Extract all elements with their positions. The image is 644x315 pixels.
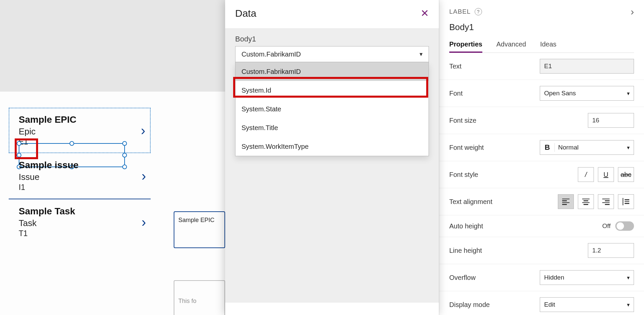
annotation-highlight-body (15, 138, 38, 159)
prop-label: Font (449, 90, 463, 97)
strikethrough-button[interactable]: abc (618, 167, 634, 182)
gallery-item-issue[interactable]: Sample issue Issue I1 › (9, 153, 151, 199)
annotation-highlight-dropdown (233, 77, 428, 98)
prop-row-font-style: Font style / U abc (439, 161, 644, 188)
gallery-item-title: Sample Task (19, 206, 146, 217)
font-size-input[interactable] (588, 113, 634, 128)
gallery: Sample EPIC Epic E1 › Sample issue Issue… (9, 108, 151, 245)
gallery-item-title: Sample issue (19, 160, 146, 171)
font-select-value: Open Sans (544, 90, 576, 97)
align-center-button[interactable] (578, 194, 594, 209)
tab-properties[interactable]: Properties (449, 40, 482, 53)
tab-advanced[interactable]: Advanced (496, 40, 526, 52)
prop-row-font: Font Open Sans ▾ (439, 80, 644, 107)
chevron-down-icon: ▾ (627, 275, 630, 281)
chevron-right-icon[interactable]: › (141, 123, 145, 138)
prop-row-display-mode: Display mode Edit ▾ (439, 291, 644, 315)
control-name: Body1 (449, 22, 634, 32)
align-right-button[interactable] (598, 194, 614, 209)
display-mode-select[interactable]: Edit ▾ (540, 297, 634, 312)
prop-row-auto-height: Auto height Off (439, 215, 644, 237)
strikethrough-icon: abc (621, 171, 631, 179)
prop-row-font-weight: Font weight B Normal ▾ (439, 134, 644, 161)
line-height-input[interactable] (588, 243, 634, 258)
tab-ideas[interactable]: Ideas (540, 40, 556, 52)
gallery-item-body: T1 (19, 229, 146, 238)
help-icon[interactable]: ? (475, 8, 482, 15)
prop-label: Font weight (449, 144, 484, 151)
gallery-item-task[interactable]: Sample Task Task T1 › (9, 199, 151, 245)
dropdown-option[interactable]: System.WorkItemType (235, 137, 429, 156)
align-center-icon (582, 199, 590, 205)
overflow-select[interactable]: Hidden ▾ (540, 270, 634, 285)
prop-row-overflow: Overflow Hidden ▾ (439, 264, 644, 291)
gallery-item-body: I1 (19, 183, 146, 192)
gallery-item-subtitle: Task (19, 218, 146, 228)
preview-card-placeholder[interactable]: This fo (174, 280, 225, 315)
chevron-down-icon: ▾ (627, 302, 630, 308)
underline-icon: U (604, 171, 608, 179)
preview-card-epic[interactable]: Sample EPIC (174, 211, 225, 248)
chevron-down-icon: ▾ (623, 144, 634, 151)
preview-card-text: This fo (178, 298, 196, 305)
font-select[interactable]: Open Sans ▾ (540, 86, 634, 101)
data-field-dropdown: Custom.FabrikamID System.Id System.State… (235, 62, 429, 156)
properties-panel: LABEL ? › Body1 Properties Advanced Idea… (439, 0, 644, 315)
prop-row-font-size: Font size (439, 107, 644, 134)
chevron-right-icon[interactable]: › (631, 6, 634, 17)
font-weight-select[interactable]: B Normal ▾ (540, 140, 634, 155)
prop-row-text: Text E1 (439, 53, 644, 80)
prop-label: Text (449, 63, 462, 70)
dropdown-option[interactable]: System.State (235, 100, 429, 118)
prop-label: Display mode (449, 301, 490, 309)
prop-label: Text alignment (449, 198, 492, 206)
gallery-item-subtitle: Epic (19, 126, 146, 137)
align-justify-button[interactable] (618, 194, 634, 209)
prop-label: Font size (449, 117, 476, 124)
auto-height-toggle[interactable] (615, 221, 634, 231)
chevron-down-icon: ▾ (420, 50, 423, 58)
font-weight-value: Normal (555, 144, 623, 151)
align-left-button[interactable] (558, 194, 574, 209)
preview-card-text: Sample EPIC (178, 217, 214, 223)
dropdown-option[interactable]: System.Title (235, 118, 429, 137)
display-mode-value: Edit (544, 301, 555, 308)
prop-label: Font style (449, 171, 478, 179)
italic-button[interactable]: / (578, 167, 594, 182)
underline-button[interactable]: U (598, 167, 614, 182)
prop-row-text-alignment: Text alignment (439, 188, 644, 215)
bold-icon: B (540, 143, 555, 152)
toggle-state-label: Off (602, 222, 611, 230)
properties-tabs: Properties Advanced Ideas (449, 40, 634, 53)
align-left-icon (562, 199, 570, 205)
overflow-value: Hidden (544, 274, 564, 281)
gallery-item-subtitle: Issue (19, 172, 146, 182)
data-panel-title: Data (235, 8, 256, 19)
gallery-item-title: Sample EPIC (19, 114, 146, 125)
align-right-icon (602, 199, 610, 205)
prop-row-line-height: Line height (439, 237, 644, 264)
resize-handle[interactable] (122, 141, 127, 146)
prop-label: Auto height (449, 222, 483, 230)
data-section-label: Body1 (235, 35, 429, 43)
chevron-right-icon[interactable]: › (142, 215, 146, 230)
chevron-right-icon[interactable]: › (142, 169, 146, 184)
preview-column: Sample EPIC This fo E1 (174, 211, 225, 315)
align-justify-icon (623, 198, 630, 205)
canvas-area: Sample EPIC Epic E1 › Sample issue Issue… (0, 92, 225, 315)
prop-label: Overflow (449, 274, 476, 282)
data-field-selected-value: Custom.FabrikamID (241, 50, 301, 58)
close-icon[interactable]: ✕ (421, 7, 429, 19)
italic-icon: / (585, 171, 587, 179)
resize-handle[interactable] (69, 141, 74, 146)
prop-label: Line height (449, 247, 482, 254)
data-panel: Data ✕ Body1 Custom.FabrikamID ▾ Custom.… (225, 0, 439, 315)
canvas-background-top (0, 0, 225, 92)
chevron-down-icon: ▾ (627, 90, 630, 97)
data-field-select[interactable]: Custom.FabrikamID ▾ (235, 46, 429, 62)
control-type-label: LABEL (449, 8, 471, 15)
text-value-display[interactable]: E1 (540, 59, 634, 74)
